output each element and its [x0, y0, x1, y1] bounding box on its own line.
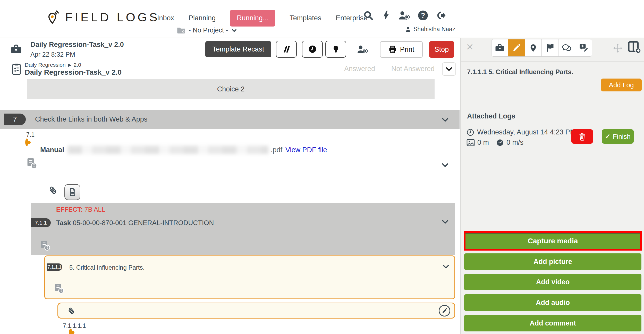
tab-add-note[interactable]: [575, 39, 592, 56]
briefcase-icon: [495, 43, 504, 53]
section-header[interactable]: 7 Check the Links in both Web & Apps: [0, 110, 460, 129]
document-icon: [68, 188, 77, 196]
close-icon[interactable]: ✕: [466, 42, 474, 53]
task-label: Task: [56, 219, 71, 227]
chat-add-edit-icon: [579, 43, 589, 53]
task-toolbar: Daily Regression-Task_v 2.0 Apr 22 8:32 …: [0, 38, 460, 60]
chevron-down-icon[interactable]: [441, 161, 449, 169]
log-panel: ✕: [460, 38, 644, 334]
progress-button[interactable]: [276, 41, 297, 58]
add-picture-button[interactable]: Add picture: [464, 253, 641, 270]
brand-name: FIELD LOGS: [65, 10, 160, 24]
chevron-down-icon[interactable]: [441, 218, 449, 226]
breadcrumb-version: 2.0: [74, 62, 81, 68]
tab-comments[interactable]: [558, 39, 575, 56]
capture-media-button[interactable]: Capture media: [464, 231, 642, 251]
question-number: 7.1.1.1.1: [63, 322, 86, 329]
item-radio-button[interactable]: [25, 139, 28, 146]
note-info-icon[interactable]: [26, 157, 38, 169]
edit-pencil-button[interactable]: [439, 305, 450, 316]
user-settings-icon[interactable]: [398, 11, 410, 20]
filter-answered[interactable]: Answered: [344, 65, 375, 73]
idea-button[interactable]: [325, 41, 346, 58]
help-icon[interactable]: ?: [418, 11, 428, 20]
tab-flag[interactable]: [542, 39, 558, 56]
add-log-button[interactable]: Add Log: [601, 79, 642, 91]
chevron-down-icon[interactable]: [442, 262, 450, 271]
finish-button[interactable]: ✓ Finish: [602, 129, 634, 144]
delete-log-button[interactable]: [571, 129, 593, 144]
attachment-input[interactable]: [57, 303, 455, 319]
slanted-bars-icon: [282, 45, 291, 54]
breadcrumb: Daily Regression ▶ 2.0: [25, 62, 81, 68]
item-label: Manual: [40, 146, 64, 154]
tab-edit[interactable]: [508, 39, 525, 56]
paperclip-icon[interactable]: [65, 305, 77, 317]
log-speed: 0 m/s: [506, 139, 523, 147]
chat-bubbles-icon: [562, 44, 572, 52]
task-title: 05-00-00-870-001 GENERAL-INTRODUCTION: [73, 219, 214, 227]
clock-icon: [308, 45, 317, 54]
note-info-icon[interactable]: [54, 283, 64, 294]
lightning-icon[interactable]: [382, 10, 390, 21]
tab-briefcase[interactable]: [492, 39, 508, 56]
search-icon[interactable]: [363, 10, 374, 21]
tab-location[interactable]: [525, 39, 542, 56]
subtask-section[interactable]: 7.1.1.1 5. Critical Influencing Parts.: [44, 255, 455, 299]
collapse-all-button[interactable]: [442, 62, 456, 76]
move-handle-icon[interactable]: [613, 43, 623, 53]
manual-file-row: Manual .pdf View PDF file: [40, 146, 327, 154]
effect-label: EFFECT:: [56, 206, 83, 213]
choice-option[interactable]: Choice 2: [27, 79, 435, 99]
log-entry[interactable]: Wednesday, August 14 4:23 PM 0 m: [467, 128, 576, 147]
subtask-title: 5. Critical Influencing Parts.: [69, 264, 145, 271]
print-button[interactable]: Print: [380, 41, 423, 58]
attached-document-button[interactable]: [64, 184, 80, 200]
project-selector[interactable]: - No Project -: [177, 26, 237, 34]
top-icon-group: ?: [363, 10, 446, 21]
location-pin-icon: [529, 43, 537, 53]
file-extension: .pdf: [271, 146, 282, 154]
note-info-icon[interactable]: [40, 240, 50, 251]
stop-button[interactable]: Stop: [429, 41, 454, 58]
printer-icon: [388, 45, 397, 54]
filter-not-answered[interactable]: Not Answered: [391, 65, 435, 73]
task-line[interactable]: Task 05-00-00-870-001 GENERAL-INTRODUCTI…: [56, 219, 214, 227]
nav-enterprise[interactable]: Enterprise: [336, 14, 367, 22]
chevron-down-icon[interactable]: [441, 116, 449, 124]
log-datetime: Wednesday, August 14 4:23 PM: [477, 128, 576, 136]
nav-running[interactable]: Running...: [230, 10, 275, 27]
breadcrumb-parent[interactable]: Daily Regression: [25, 62, 66, 68]
task-title-block: Daily Regression-Task_v 2.0 Apr 22 8:32 …: [30, 41, 124, 58]
add-comment-button[interactable]: Add comment: [464, 315, 641, 331]
user-name: Shahistha Naaz: [413, 26, 455, 33]
template-recast-button[interactable]: Template Recast: [205, 41, 271, 57]
nav-inbox[interactable]: Inbox: [157, 14, 174, 22]
log-distance: 0 m: [477, 139, 489, 147]
app-root: FIELD LOGS Inbox Planning Running... Tem…: [0, 0, 644, 5]
main-nav: Inbox Planning Running... Templates Ente…: [157, 8, 367, 28]
map-pin-logo-icon: [47, 9, 61, 25]
flag-icon: [545, 43, 555, 53]
choice-option-label: Choice 2: [217, 85, 245, 93]
item-number: 7.1: [26, 131, 35, 138]
view-pdf-link[interactable]: View PDF file: [285, 146, 327, 154]
time-button[interactable]: [302, 41, 323, 58]
nav-templates[interactable]: Templates: [290, 14, 321, 22]
add-audio-button[interactable]: Add audio: [464, 294, 641, 311]
clipboard-checklist-icon: [11, 63, 22, 75]
question-radio-button[interactable]: [69, 329, 72, 334]
add-column-icon[interactable]: [628, 41, 641, 54]
lightbulb-icon: [332, 45, 340, 54]
redacted-filename-blur: [68, 146, 269, 154]
assign-user-icon[interactable]: [356, 45, 368, 54]
current-user[interactable]: Shahistha Naaz: [405, 26, 455, 33]
logout-icon[interactable]: [436, 11, 446, 20]
add-video-button[interactable]: Add video: [464, 274, 641, 290]
gauge-icon: [496, 139, 504, 147]
nav-planning[interactable]: Planning: [189, 14, 216, 22]
app-logo: FIELD LOGS: [47, 9, 160, 25]
paperclip-icon[interactable]: [46, 183, 60, 198]
effect-value: 7B ALL: [84, 206, 105, 213]
clock-outline-icon: [467, 129, 474, 136]
